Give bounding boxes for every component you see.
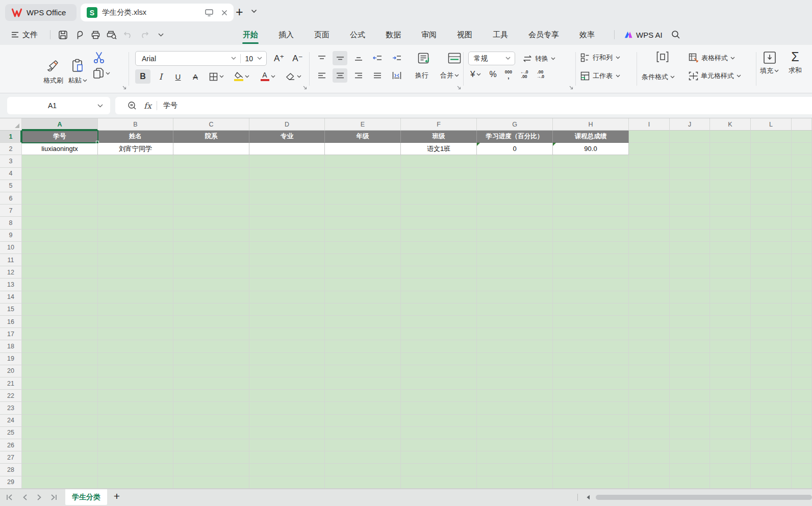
- document-tab[interactable]: S 学生分类.xlsx: [81, 4, 234, 21]
- cell-M3[interactable]: [792, 155, 812, 167]
- cell-E10[interactable]: [325, 242, 401, 254]
- cell-E17[interactable]: [325, 328, 401, 340]
- cell-L6[interactable]: [751, 192, 792, 205]
- cell-H23[interactable]: [553, 402, 629, 414]
- cell-H9[interactable]: [553, 230, 629, 242]
- cell-C19[interactable]: [173, 353, 249, 365]
- cell-B5[interactable]: [98, 180, 173, 192]
- cell-K7[interactable]: [710, 205, 751, 217]
- file-menu-button[interactable]: 文件: [11, 30, 38, 40]
- cell-C9[interactable]: [173, 230, 249, 242]
- cell-L1[interactable]: [751, 131, 792, 143]
- cell-E8[interactable]: [325, 217, 401, 229]
- cell-I25[interactable]: [629, 427, 670, 439]
- cell-M18[interactable]: [792, 340, 812, 352]
- cell-I20[interactable]: [629, 365, 670, 377]
- fill-handle[interactable]: [96, 141, 99, 144]
- row-header-28[interactable]: 28: [0, 464, 22, 476]
- cell-I17[interactable]: [629, 328, 670, 340]
- cell-H3[interactable]: [553, 155, 629, 167]
- cell-E16[interactable]: [325, 316, 401, 328]
- cell-G28[interactable]: [477, 464, 553, 476]
- cell-A25[interactable]: [22, 427, 98, 439]
- tab-list-chevron-icon[interactable]: [251, 9, 257, 13]
- align-top-button[interactable]: [314, 51, 329, 65]
- cell-L12[interactable]: [751, 266, 792, 279]
- cell-F15[interactable]: [401, 303, 477, 316]
- cell-F13[interactable]: [401, 279, 477, 291]
- cell-F22[interactable]: [401, 390, 477, 402]
- cell-K12[interactable]: [710, 266, 751, 279]
- cell-D26[interactable]: [249, 439, 325, 451]
- cell-K15[interactable]: [710, 303, 751, 316]
- cell-G3[interactable]: [477, 155, 553, 167]
- ribbon-tab-数据[interactable]: 数据: [375, 24, 411, 45]
- cell-A2[interactable]: liuxiaoningtx: [22, 143, 98, 155]
- ribbon-tab-插入[interactable]: 插入: [268, 24, 304, 45]
- cell-K10[interactable]: [710, 242, 751, 254]
- strikethrough-button[interactable]: A: [188, 69, 202, 84]
- cell-K8[interactable]: [710, 217, 751, 229]
- cell-J8[interactable]: [670, 217, 710, 229]
- next-sheet-button[interactable]: [34, 492, 45, 503]
- cell-A23[interactable]: [22, 402, 98, 414]
- column-header-F[interactable]: F: [401, 118, 477, 131]
- cell-A26[interactable]: [22, 439, 98, 451]
- row-header-3[interactable]: 3: [0, 155, 22, 167]
- row-header-16[interactable]: 16: [0, 316, 22, 328]
- cell-A22[interactable]: [22, 390, 98, 402]
- cell-C21[interactable]: [173, 377, 249, 390]
- cell-C18[interactable]: [173, 340, 249, 352]
- column-header-A[interactable]: A: [22, 118, 98, 131]
- cell-M10[interactable]: [792, 242, 812, 254]
- cell-K13[interactable]: [710, 279, 751, 291]
- cell-J14[interactable]: [670, 291, 710, 303]
- align-group-expander[interactable]: [457, 86, 461, 90]
- cell-B10[interactable]: [98, 242, 173, 254]
- cell-F8[interactable]: [401, 217, 477, 229]
- column-header-B[interactable]: B: [98, 118, 173, 131]
- cell-B1[interactable]: 姓名: [98, 131, 173, 143]
- wrap-text-icon[interactable]: [414, 51, 434, 65]
- cell-I16[interactable]: [629, 316, 670, 328]
- print-preview-button[interactable]: [104, 27, 120, 42]
- undo-button[interactable]: [120, 27, 136, 42]
- cell-C23[interactable]: [173, 402, 249, 414]
- row-header-14[interactable]: 14: [0, 291, 22, 303]
- row-header-23[interactable]: 23: [0, 402, 22, 414]
- clipboard-group-expander[interactable]: [122, 86, 126, 90]
- cell-F19[interactable]: [401, 353, 477, 365]
- cell-A8[interactable]: [22, 217, 98, 229]
- conditional-format-button[interactable]: 条件格式: [642, 72, 675, 82]
- ribbon-tab-会员专享[interactable]: 会员专享: [518, 24, 569, 45]
- copy-button[interactable]: [92, 67, 110, 80]
- cell-I8[interactable]: [629, 217, 670, 229]
- cell-C7[interactable]: [173, 205, 249, 217]
- cell-B2[interactable]: 刘宵宁同学: [98, 143, 173, 155]
- worksheet-button[interactable]: 工作表: [580, 71, 620, 81]
- new-tab-button[interactable]: +: [236, 5, 243, 18]
- font-size-chevron-icon[interactable]: [253, 57, 266, 60]
- cell-D5[interactable]: [249, 180, 325, 192]
- cell-L15[interactable]: [751, 303, 792, 316]
- row-header-19[interactable]: 19: [0, 353, 22, 365]
- cell-K17[interactable]: [710, 328, 751, 340]
- cell-I21[interactable]: [629, 377, 670, 390]
- cell-G19[interactable]: [477, 353, 553, 365]
- cell-K19[interactable]: [710, 353, 751, 365]
- row-header-15[interactable]: 15: [0, 303, 22, 316]
- cell-J29[interactable]: [670, 476, 710, 489]
- borders-button[interactable]: [206, 69, 227, 84]
- align-center-button[interactable]: [333, 68, 347, 83]
- ribbon-tab-工具[interactable]: 工具: [483, 24, 518, 45]
- cell-M21[interactable]: [792, 377, 812, 390]
- cell-C2[interactable]: [173, 143, 249, 155]
- cell-H15[interactable]: [553, 303, 629, 316]
- column-header-I[interactable]: I: [629, 118, 670, 131]
- cell-E21[interactable]: [325, 377, 401, 390]
- cell-E6[interactable]: [325, 192, 401, 205]
- cell-G2[interactable]: 0: [477, 143, 553, 155]
- cell-J23[interactable]: [670, 402, 710, 414]
- merge-cells-button[interactable]: 合并: [440, 71, 459, 80]
- align-middle-button[interactable]: [333, 51, 347, 65]
